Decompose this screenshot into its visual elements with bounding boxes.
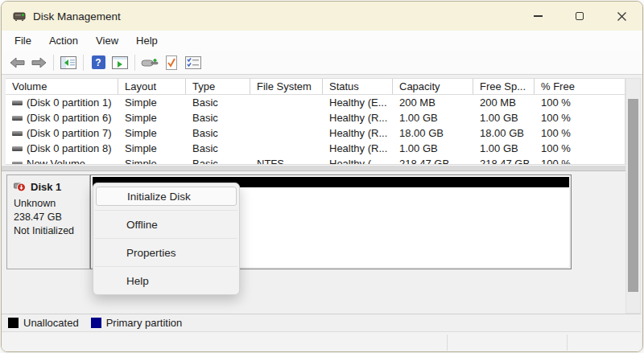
- properties-list-icon: [185, 56, 201, 69]
- show-action-pane-button[interactable]: [110, 53, 130, 72]
- volume-cell: (Disk 0 partition 6): [6, 110, 118, 125]
- volume-cell: (Disk 0 partition 8): [6, 141, 118, 156]
- context-menu: Initialize Disk Offline Properties Help: [93, 183, 240, 295]
- menu-item-properties[interactable]: Properties: [96, 243, 237, 262]
- volume-list-header: Volume Layout Type File System Status Ca…: [6, 79, 625, 95]
- forward-button[interactable]: [29, 53, 48, 72]
- volume-cell: (Disk 0 partition 1): [6, 95, 118, 110]
- disk-bus-type: Unknown: [14, 198, 89, 209]
- legend-unallocated-label: Unallocated: [23, 317, 79, 329]
- col-type[interactable]: Type: [186, 79, 250, 94]
- disk1-info-card[interactable]: Disk 1 Unknown 238.47 GB Not Initialized: [6, 174, 90, 269]
- status-bar: [2, 331, 641, 352]
- col-capacity[interactable]: Capacity: [393, 79, 473, 94]
- help-button[interactable]: ?: [89, 53, 108, 72]
- action-pane-icon: [112, 56, 128, 69]
- menu-item-help[interactable]: Help: [96, 271, 237, 290]
- volume-icon: [12, 146, 23, 151]
- menu-item-initialize-disk[interactable]: Initialize Disk: [96, 187, 237, 206]
- rescan-disks-icon: [141, 57, 159, 68]
- window-title: Disk Management: [33, 10, 121, 23]
- forward-arrow-icon: [31, 57, 47, 68]
- menu-bar: File Action View Help: [2, 31, 642, 51]
- vertical-scrollbar[interactable]: [625, 78, 641, 314]
- back-arrow-icon: [10, 57, 25, 68]
- back-button[interactable]: [7, 53, 27, 72]
- content-area: Volume Layout Type File System Status Ca…: [2, 75, 642, 352]
- table-row[interactable]: (Disk 0 partition 6) Simple Basic Health…: [6, 110, 625, 125]
- menu-separator: [95, 266, 237, 267]
- properties-list-button[interactable]: [184, 53, 203, 72]
- col-status[interactable]: Status: [323, 79, 393, 94]
- toolbar-separator: [53, 55, 54, 71]
- table-row[interactable]: (Disk 0 partition 7) Simple Basic Health…: [6, 125, 625, 141]
- scrollbar-thumb[interactable]: [628, 99, 638, 292]
- console-tree-icon: [60, 56, 76, 69]
- disk-management-window: Disk Management File Action View Help: [1, 1, 643, 352]
- maximize-icon: [576, 12, 584, 20]
- volume-icon: [12, 116, 23, 121]
- close-button[interactable]: [601, 2, 642, 31]
- legend-bar: Unallocated Primary partition: [2, 314, 641, 331]
- volume-icon: [12, 131, 23, 136]
- menu-view[interactable]: View: [87, 32, 127, 49]
- disk-status: Not Initialized: [14, 225, 89, 236]
- disk-title: Disk 1: [31, 181, 61, 193]
- rescan-disks-button[interactable]: [140, 53, 159, 72]
- col-pct-free[interactable]: % Free: [535, 79, 625, 94]
- close-icon: [617, 12, 626, 21]
- minimize-button[interactable]: [517, 2, 559, 31]
- primary-partition-swatch: [91, 318, 101, 328]
- toolbar: ?: [2, 51, 642, 75]
- status-separator: [567, 335, 568, 351]
- table-row-clipped[interactable]: New Volume Simple Basic NTFS Healthy (..…: [6, 156, 625, 165]
- legend-primary-partition-label: Primary partition: [106, 317, 183, 329]
- menu-item-offline[interactable]: Offline: [96, 215, 237, 234]
- table-row[interactable]: (Disk 0 partition 8) Simple Basic Health…: [6, 141, 625, 156]
- volume-icon: [12, 101, 23, 105]
- col-volume[interactable]: Volume: [6, 79, 118, 94]
- menu-separator: [95, 210, 237, 211]
- volume-cell: New Volume: [6, 156, 118, 165]
- table-row[interactable]: (Disk 0 partition 1) Simple Basic Health…: [6, 95, 625, 110]
- menu-action[interactable]: Action: [40, 32, 87, 49]
- menu-file[interactable]: File: [6, 32, 40, 49]
- minimize-icon: [534, 15, 543, 16]
- col-layout[interactable]: Layout: [118, 79, 186, 94]
- title-bar[interactable]: Disk Management: [2, 2, 642, 31]
- menu-separator: [95, 238, 237, 239]
- disk-error-icon: [14, 182, 27, 193]
- toolbar-separator: [83, 55, 84, 71]
- status-separator: [447, 335, 448, 351]
- maximize-button[interactable]: [559, 2, 601, 31]
- help-icon: ?: [92, 55, 105, 69]
- toolbar-separator: [134, 55, 135, 71]
- volume-list: Volume Layout Type File System Status Ca…: [6, 78, 625, 165]
- menu-help[interactable]: Help: [127, 32, 167, 49]
- check-document-button[interactable]: [162, 53, 181, 72]
- check-document-icon: [165, 55, 178, 70]
- unallocated-swatch: [8, 318, 19, 328]
- volume-cell: (Disk 0 partition 7): [6, 125, 118, 141]
- col-file-system[interactable]: File System: [250, 79, 323, 94]
- pane-splitter[interactable]: [2, 165, 641, 171]
- show-console-tree-button[interactable]: [59, 53, 78, 72]
- col-free-space[interactable]: Free Sp...: [473, 79, 535, 94]
- app-icon: [13, 10, 26, 23]
- disk-size: 238.47 GB: [14, 211, 89, 223]
